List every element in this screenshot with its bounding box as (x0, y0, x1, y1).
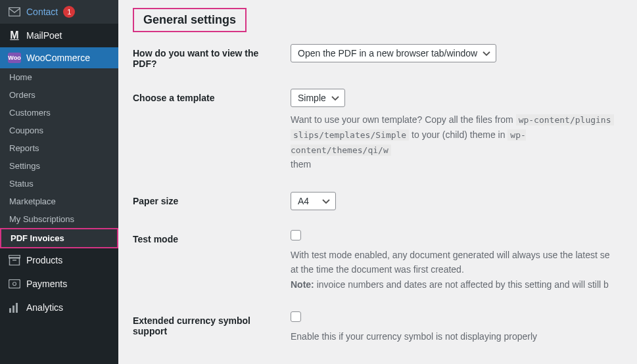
svg-rect-0 (9, 8, 20, 16)
row-testmode: Test mode With test mode enabled, any do… (133, 230, 623, 292)
svg-rect-8 (16, 303, 18, 313)
template-description: Want to use your own template? Copy all … (291, 112, 623, 172)
woocommerce-icon: Woo (8, 53, 21, 63)
mail-icon (8, 5, 21, 18)
sidebar-sub-reports[interactable]: Reports (0, 139, 118, 157)
select-template[interactable]: Simple (291, 89, 345, 107)
content-area: General settings How do you want to view… (118, 0, 637, 364)
sidebar-sub-pdf-invoices[interactable]: PDF Invoices (0, 228, 118, 248)
row-view-pdf: How do you want to view the PDF? Open th… (133, 44, 623, 69)
sidebar-item-analytics[interactable]: Analytics (0, 296, 118, 319)
mailpoet-icon: M (8, 29, 21, 42)
chevron-down-icon (483, 48, 490, 58)
page-title: General settings (133, 8, 247, 32)
sidebar-sub-marketplace[interactable]: Marketplace (0, 193, 118, 210)
notification-badge: 1 (63, 6, 75, 18)
code-path: slips/templates/Simple (291, 129, 409, 141)
currency-description: Enable this if your currency symbol is n… (291, 329, 623, 344)
sidebar-item-payments[interactable]: Payments (0, 272, 118, 296)
sidebar-sub-settings[interactable]: Settings (0, 157, 118, 175)
sidebar-label: MailPoet (26, 30, 62, 41)
svg-rect-4 (9, 280, 20, 288)
sidebar-sub-subscriptions[interactable]: My Subscriptions (0, 210, 118, 228)
row-currency: Extended currency symbol support Enable … (133, 311, 623, 344)
testmode-description: With test mode enabled, any document gen… (291, 248, 623, 292)
checkbox-currency[interactable] (291, 311, 301, 322)
sidebar-item-contact[interactable]: Contact 1 (0, 0, 118, 24)
label-testmode: Test mode (133, 230, 291, 244)
svg-rect-7 (12, 306, 14, 313)
admin-sidebar: Contact 1 M MailPoet Woo WooCommerce Hom… (0, 0, 118, 364)
sidebar-label: Contact (26, 7, 58, 17)
sidebar-item-mailpoet[interactable]: M MailPoet (0, 24, 118, 47)
sidebar-sub-status[interactable]: Status (0, 175, 118, 193)
sidebar-item-products[interactable]: Products (0, 248, 118, 272)
label-currency: Extended currency symbol support (133, 311, 291, 336)
svg-rect-6 (9, 308, 11, 313)
row-template: Choose a template Simple Want to use you… (133, 89, 623, 172)
sidebar-item-woocommerce[interactable]: Woo WooCommerce (0, 47, 118, 68)
sidebar-label: Products (26, 255, 62, 265)
label-view-pdf: How do you want to view the PDF? (133, 44, 291, 69)
sidebar-submenu: Home Orders Customers Coupons Reports Se… (0, 68, 118, 248)
label-paper: Paper size (133, 192, 291, 206)
select-paper[interactable]: A4 (291, 192, 336, 210)
chart-icon (8, 301, 21, 314)
chevron-down-icon (322, 196, 330, 206)
chevron-down-icon (331, 93, 339, 103)
svg-point-5 (13, 283, 16, 286)
code-path: wp-content/plugins (516, 114, 614, 125)
row-paper: Paper size A4 (133, 192, 623, 210)
sidebar-sub-customers[interactable]: Customers (0, 104, 118, 122)
card-icon (8, 277, 21, 290)
sidebar-label: Analytics (26, 302, 63, 313)
archive-icon (8, 254, 21, 267)
select-view-pdf[interactable]: Open the PDF in a new browser tab/window (291, 44, 496, 62)
sidebar-label: WooCommerce (26, 53, 90, 63)
sidebar-sub-coupons[interactable]: Coupons (0, 122, 118, 139)
label-template: Choose a template (133, 89, 291, 103)
sidebar-sub-orders[interactable]: Orders (0, 86, 118, 104)
svg-rect-2 (10, 258, 20, 265)
sidebar-sub-home[interactable]: Home (0, 68, 118, 86)
checkbox-testmode[interactable] (291, 230, 301, 240)
sidebar-label: Payments (26, 279, 67, 289)
